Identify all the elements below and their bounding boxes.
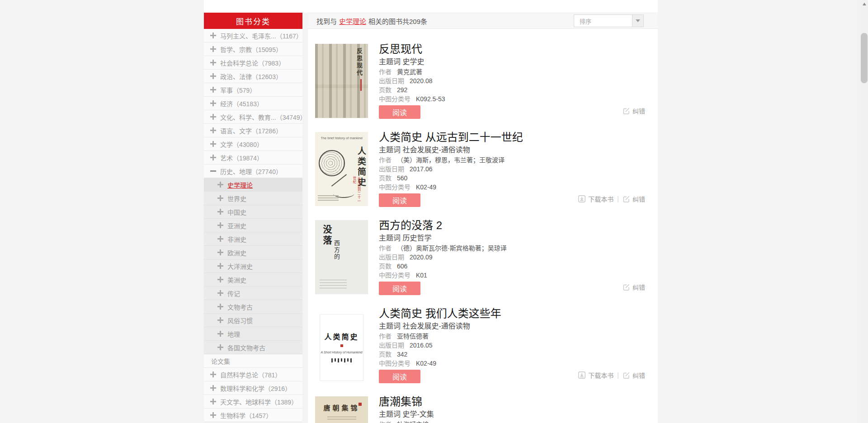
correct-link[interactable]: 纠错 [623, 282, 645, 291]
sidebar-item-wenwukaogu[interactable]: 文物考古 [204, 300, 302, 314]
read-button[interactable]: 阅读 [379, 282, 420, 295]
read-button[interactable]: 阅读 [379, 370, 420, 383]
book-cover[interactable]: 唐朝集锦 [315, 396, 368, 423]
book-cover[interactable]: 反思现代 [315, 44, 368, 118]
book-pages: 页数560 [379, 174, 523, 183]
book-title[interactable]: 人类简史 我们人类这些年 [379, 308, 501, 319]
sidebar-item-meizhoushi[interactable]: 美洲史 [204, 273, 302, 287]
book-actions: 下载本书 | 纠错 [578, 371, 645, 380]
book-item-5: 唐朝集锦 唐潮集锦 主题词 史学-文集 作者杜海斌主编 [315, 396, 658, 423]
sidebar-item-malie[interactable]: 马列主义、毛泽东...（1167） [204, 29, 302, 42]
sidebar-item-yishu[interactable]: 艺术（19874） [204, 151, 302, 164]
cover-subtitle: A Short History of Humankind [320, 351, 363, 354]
sidebar-item-dayangzhoushi[interactable]: 大洋洲史 [204, 259, 302, 273]
correct-link[interactable]: 纠错 [623, 194, 645, 203]
sidebar-item-zhongguoshi[interactable]: 中国史 [204, 205, 302, 219]
scroll-up-button[interactable] [860, 0, 868, 8]
edit-icon [623, 371, 630, 379]
result-keyword[interactable]: 史学理论 [339, 16, 366, 26]
sidebar-item-lunwenji[interactable]: 论文集 [204, 354, 302, 368]
download-icon [578, 195, 586, 203]
sidebar-item-ziran[interactable]: 自然科学总论（781） [204, 368, 302, 381]
sidebar-item-zhexue[interactable]: 哲学、宗教（15095） [204, 42, 302, 56]
sort-dropdown-button[interactable] [632, 15, 643, 27]
sidebar-item-tianwen[interactable]: 天文学、地球科学（1389） [204, 395, 302, 409]
sidebar-item-yuyan[interactable]: 语言、文字（17286） [204, 124, 302, 137]
book-author: 作者亚特伍德著 [379, 332, 501, 341]
sidebar-item-shijieshi[interactable]: 世界史 [204, 192, 302, 205]
scrollbar[interactable] [860, 0, 868, 423]
sidebar-item-junshi[interactable]: 军事（579） [204, 83, 302, 97]
main-content: 找到与 史学理论 相关的图书共209条 排序 反思现代 反思现代 主题词 史学史… [308, 13, 658, 423]
cover-title: 人类简史 [320, 331, 363, 342]
sidebar-item-wenxue[interactable]: 文学（43080） [204, 137, 302, 151]
book-item-2: The brief history of mankind 人类简史 从远古到二十… [315, 132, 658, 207]
book-cover[interactable]: 没落 西方的 [315, 220, 368, 294]
book-subject: 主题词 史学-文集 [379, 410, 434, 418]
sidebar-item-dili[interactable]: 地理 [204, 327, 302, 341]
plus-icon [210, 127, 216, 133]
cover-decoration [340, 344, 343, 347]
category-sidebar: 图书分类 马列主义、毛泽东...（1167） 哲学、宗教（15095） 社会科学… [204, 13, 302, 422]
sidebar-item-jingji[interactable]: 经济（45183） [204, 97, 302, 110]
book-title[interactable]: 反思现代 [379, 44, 445, 55]
correct-link[interactable]: 纠错 [623, 106, 645, 115]
plus-icon [217, 344, 223, 350]
sidebar-item-zhuanji[interactable]: 传记 [204, 287, 302, 300]
book-info: 反思现代 主题词 史学史 作者黄克武著 出版日期2020.08 页数292 中图… [379, 44, 445, 119]
sidebar-item-wenhua[interactable]: 文化、科学、教育...（34749） [204, 110, 302, 124]
plus-icon [210, 114, 216, 120]
read-button[interactable]: 阅读 [379, 193, 420, 207]
read-button[interactable]: 阅读 [379, 105, 420, 119]
plus-icon [210, 371, 216, 377]
book-info: 唐潮集锦 主题词 史学-文集 作者杜海斌主编 [379, 396, 434, 423]
plus-icon [217, 317, 223, 323]
sidebar-item-lishi-dili[interactable]: 历史、地理（27740） [204, 164, 302, 178]
sidebar-item-feizhoushi[interactable]: 非洲史 [204, 232, 302, 246]
plus-icon [210, 33, 216, 38]
sidebar-item-zhengzhi[interactable]: 政治、法律（12603） [204, 70, 302, 83]
book-pages: 页数606 [379, 262, 507, 271]
book-actions: 下载本书 | 纠错 [578, 194, 645, 203]
correct-link[interactable]: 纠错 [623, 371, 645, 380]
sidebar-item-shuli[interactable]: 数理科学和化学（2916） [204, 381, 302, 395]
edit-icon [623, 107, 630, 115]
plus-icon [210, 399, 216, 404]
edit-icon [623, 195, 630, 203]
download-link[interactable]: 下载本书 [578, 194, 613, 203]
plus-icon [210, 155, 216, 160]
sidebar-item-shehui[interactable]: 社会科学总论（7983） [204, 56, 302, 70]
book-title[interactable]: 唐潮集锦 [379, 396, 434, 407]
sidebar-item-geguowenwukaogu[interactable]: 各国文物考古 [204, 341, 302, 354]
book-cover[interactable]: 人类简史 A Short History of Humankind [320, 314, 363, 381]
cover-top-text: The brief history of mankind [315, 132, 368, 140]
plus-icon [210, 46, 216, 52]
plus-icon [210, 412, 216, 418]
scrollbar-thumb[interactable] [861, 33, 868, 83]
result-suffix: 相关的图书共209条 [368, 16, 427, 26]
plus-icon [210, 60, 216, 66]
sidebar-item-fengsuxiguan[interactable]: 风俗习惯 [204, 314, 302, 327]
minus-icon [210, 168, 216, 174]
book-actions: 纠错 [623, 282, 645, 291]
cover-title: 反思现代 [355, 48, 363, 77]
book-clc: 中图分类号K092.5-53 [379, 94, 445, 103]
divider: | [617, 371, 619, 379]
book-pubdate: 出版日期2020.08 [379, 76, 445, 85]
book-pubdate: 出版日期2016.05 [379, 341, 501, 350]
book-title[interactable]: 西方的没落 2 [379, 220, 507, 231]
cover-decoration [320, 358, 363, 362]
sidebar-item-ouzhoushi[interactable]: 欧洲史 [204, 246, 302, 259]
plus-icon [217, 290, 223, 296]
download-link[interactable]: 下载本书 [578, 371, 613, 380]
plus-icon [217, 263, 223, 269]
book-title[interactable]: 人类简史 从远古到二十一世纪 [379, 132, 523, 143]
cover-subtitle: 西方的 [332, 240, 341, 260]
sidebar-item-shixuelilun[interactable]: 史学理论 [204, 178, 302, 192]
plus-icon [217, 277, 223, 282]
sidebar-item-shengwu[interactable]: 生物科学（1457） [204, 409, 302, 422]
sidebar-item-yazhoushi[interactable]: 亚洲史 [204, 219, 302, 232]
book-cover[interactable]: The brief history of mankind 人类简史 从远古到二十… [315, 132, 368, 206]
book-subject: 主题词 史学史 [379, 57, 445, 66]
sort-dropdown[interactable]: 排序 [574, 14, 644, 27]
